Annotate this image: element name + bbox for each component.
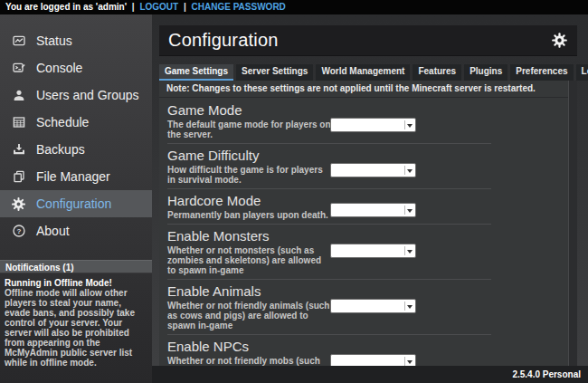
version-label: 2.5.4.0 Personal bbox=[512, 369, 581, 379]
chevron-down-icon bbox=[407, 124, 413, 128]
notifications-panel: Running in Offline Mode! Offline mode wi… bbox=[0, 278, 150, 368]
sidebar-item-label: Users and Groups bbox=[36, 88, 139, 102]
tab-login-users[interactable]: Login Users bbox=[576, 64, 588, 81]
sidebar-item-label: Console bbox=[36, 61, 82, 75]
scrollbar-track[interactable] bbox=[568, 81, 577, 366]
file-manager-icon bbox=[11, 169, 26, 185]
topbar-separator: | bbox=[132, 2, 135, 12]
logged-in-text: You are logged in as 'admin' bbox=[5, 2, 127, 12]
setting-row-enable-monsters: Enable Monsters Whether or not monsters … bbox=[159, 224, 568, 279]
sidebar-item-status[interactable]: Status bbox=[0, 27, 152, 54]
setting-title: Enable NPCs bbox=[167, 339, 568, 354]
sidebar-item-schedule[interactable]: Schedule bbox=[0, 109, 152, 136]
sidebar-item-label: Schedule bbox=[36, 115, 89, 129]
hardcore-mode-select[interactable] bbox=[330, 203, 416, 217]
chevron-down-icon bbox=[407, 250, 413, 254]
setting-title: Enable Animals bbox=[167, 283, 568, 299]
about-icon: ? bbox=[11, 224, 26, 239]
users-icon bbox=[11, 88, 26, 103]
status-icon bbox=[11, 34, 26, 49]
change-password-link[interactable]: CHANGE PASSWORD bbox=[192, 2, 286, 12]
select-divider bbox=[404, 120, 405, 129]
setting-row-game-mode: Game Mode The default game mode for play… bbox=[159, 98, 568, 143]
setting-description: Whether or not monsters (such as zombies… bbox=[167, 245, 332, 275]
sidebar-item-file-manager[interactable]: File Manager bbox=[0, 163, 152, 190]
select-divider bbox=[404, 246, 405, 255]
logout-link[interactable]: LOGOUT bbox=[139, 2, 178, 12]
tab-world-management[interactable]: World Management bbox=[316, 64, 410, 81]
backups-icon bbox=[11, 142, 26, 158]
content-panel: Note: Changes to these settings are not … bbox=[159, 81, 568, 366]
chevron-down-icon bbox=[407, 305, 413, 309]
settings-gear-icon[interactable] bbox=[551, 32, 568, 49]
notification-title: Running in Offline Mode! bbox=[5, 278, 150, 288]
sidebar-item-users-and-groups[interactable]: Users and Groups bbox=[0, 81, 152, 109]
sidebar-item-label: Backups bbox=[36, 142, 85, 157]
chevron-down-icon bbox=[407, 169, 413, 173]
sidebar-item-console[interactable]: Console bbox=[0, 54, 152, 81]
select-divider bbox=[404, 302, 405, 311]
setting-title: Enable Monsters bbox=[167, 228, 568, 244]
configuration-icon bbox=[11, 196, 26, 212]
select-divider bbox=[404, 166, 405, 175]
enable-npcs-select[interactable] bbox=[330, 354, 416, 366]
tab-game-settings[interactable]: Game Settings bbox=[159, 64, 233, 81]
setting-description: The default game mode for players on the… bbox=[167, 120, 332, 139]
schedule-icon bbox=[11, 115, 26, 130]
panel-header: Configuration bbox=[159, 25, 577, 56]
setting-description: Permanently ban players upon death. bbox=[167, 210, 332, 220]
sidebar-item-label: Status bbox=[36, 34, 72, 48]
topbar: You are logged in as 'admin' | LOGOUT | … bbox=[0, 0, 588, 14]
game-difficulty-select[interactable] bbox=[330, 163, 416, 177]
settings-list: Game Mode The default game mode for play… bbox=[159, 98, 568, 366]
tab-bar: Game SettingsServer SettingsWorld Manage… bbox=[159, 64, 577, 81]
sidebar-nav: Status Console Users and Groups Schedule bbox=[0, 14, 152, 244]
game-mode-select[interactable] bbox=[330, 118, 416, 132]
setting-row-game-difficulty: Game Difficulty How difficult the game i… bbox=[159, 143, 568, 188]
sidebar-item-about[interactable]: ? About bbox=[0, 217, 152, 244]
sidebar-item-label: Configuration bbox=[36, 196, 111, 211]
svg-text:?: ? bbox=[16, 227, 21, 235]
sidebar: Status Console Users and Groups Schedule bbox=[0, 14, 152, 383]
page-title: Configuration bbox=[168, 30, 279, 51]
setting-description: How difficult the game is for players in… bbox=[167, 165, 332, 185]
setting-row-enable-animals: Enable Animals Whether or not friendly a… bbox=[159, 279, 568, 334]
sidebar-item-backups[interactable]: Backups bbox=[0, 136, 152, 163]
setting-description: Whether or not friendly animals (such as… bbox=[167, 301, 332, 330]
console-icon bbox=[11, 61, 26, 76]
sidebar-item-label: About bbox=[36, 224, 70, 238]
setting-row-enable-npcs: Enable NPCs Whether or not friendly mobs… bbox=[159, 334, 568, 366]
enable-animals-select[interactable] bbox=[330, 299, 416, 313]
restart-note: Note: Changes to these settings are not … bbox=[159, 81, 568, 98]
topbar-separator: | bbox=[184, 2, 186, 12]
setting-row-hardcore-mode: Hardcore Mode Permanently ban players up… bbox=[159, 188, 568, 224]
enable-monsters-select[interactable] bbox=[330, 244, 416, 258]
chevron-down-icon bbox=[407, 209, 413, 213]
mcmyadmin-app: You are logged in as 'admin' | LOGOUT | … bbox=[0, 0, 588, 383]
chevron-down-icon bbox=[407, 360, 413, 364]
tab-plugins[interactable]: Plugins bbox=[464, 64, 507, 81]
setting-title: Game Mode bbox=[167, 102, 568, 118]
tab-features[interactable]: Features bbox=[413, 64, 461, 81]
notification-text: Offline mode will allow other players to… bbox=[5, 288, 147, 368]
sidebar-item-configuration[interactable]: Configuration bbox=[0, 190, 152, 217]
setting-description: Whether or not friendly mobs (such as vi… bbox=[167, 356, 332, 366]
tab-server-settings[interactable]: Server Settings bbox=[236, 64, 313, 81]
notifications-header-label: Notifications (1) bbox=[5, 263, 74, 273]
sidebar-item-label: File Manager bbox=[36, 169, 110, 184]
setting-title: Game Difficulty bbox=[167, 148, 568, 163]
tab-preferences[interactable]: Preferences bbox=[510, 64, 573, 81]
notifications-header: Notifications (1) bbox=[0, 260, 152, 273]
select-divider bbox=[404, 357, 405, 366]
select-divider bbox=[404, 206, 405, 215]
